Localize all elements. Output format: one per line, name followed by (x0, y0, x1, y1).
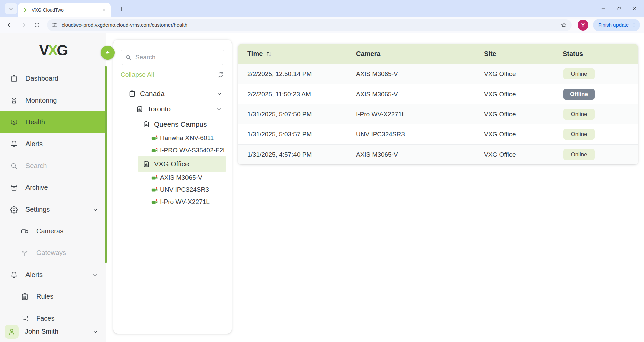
status-badge: Online (563, 129, 595, 140)
finish-update-button[interactable]: Finish update (593, 19, 640, 31)
main-content: Collapse All CanadaTorontoQueens CampusH… (106, 33, 644, 342)
site-icon (128, 90, 136, 97)
chevron-down-icon (216, 91, 222, 97)
tree-node-unv-ipc324sr3[interactable]: UNV IPC324SR3 (113, 184, 232, 196)
sidebar-item-gateways-sub[interactable]: Gateways (0, 242, 106, 264)
camcorder-icon (21, 227, 29, 235)
tree-node-i-pro-wv-x2271l[interactable]: I-Pro WV-X2271L (113, 196, 232, 208)
plus-icon (118, 6, 125, 12)
chevron-down-icon (216, 106, 222, 112)
table-row[interactable]: 1/31/2025, 5:07:50 PMI-Pro WV-X2271LVXG … (238, 104, 638, 124)
tree-node-label: I-Pro WV-X2271L (160, 198, 210, 206)
forward-button[interactable] (17, 19, 30, 31)
sidebar-item-monitoring[interactable]: Monitoring (0, 90, 106, 111)
user-menu[interactable]: John Smith (0, 321, 106, 342)
tab-search-button[interactable] (5, 3, 17, 14)
restore-icon (616, 6, 622, 11)
browser-tab[interactable]: VXG CloudTwo (18, 3, 111, 17)
close-button[interactable] (627, 0, 642, 17)
sidebar-item-label: Archive (25, 184, 48, 191)
sidebar-item-alerts[interactable]: Alerts (0, 133, 106, 155)
minimize-button[interactable] (596, 0, 611, 17)
restore-button[interactable] (611, 0, 627, 17)
vxg-favicon-icon (23, 7, 28, 13)
tree-node-toronto[interactable]: Toronto (113, 101, 232, 117)
camera-green-icon (151, 198, 158, 206)
collapse-all-link[interactable]: Collapse All (121, 71, 154, 78)
collapse-sidebar-button[interactable] (101, 46, 115, 60)
gateways-icon (21, 249, 29, 257)
bookmark-star-icon[interactable] (561, 22, 567, 28)
sidebar-item-rules-sub[interactable]: Rules (0, 286, 106, 307)
health-icon (10, 118, 18, 126)
sidebar-item-label: Alerts (25, 271, 43, 279)
site-cell: VXG Office (484, 70, 516, 77)
new-tab-button[interactable] (117, 4, 127, 14)
search-icon (125, 54, 132, 61)
back-button[interactable] (4, 19, 16, 31)
column-header-time[interactable]: Time (238, 50, 356, 58)
tree-node-label: Canada (140, 90, 165, 98)
time-cell: 2/2/2025, 12:50:14 PM (247, 70, 312, 77)
table-row[interactable]: 1/31/2025, 4:57:40 PMAXIS M3065-VVXG Off… (238, 144, 638, 164)
tree-search-box (121, 50, 224, 65)
sort-icon (266, 51, 272, 57)
reload-button[interactable] (31, 19, 43, 31)
user-name: John Smith (25, 328, 86, 335)
search-icon (10, 162, 18, 170)
site-cell: VXG Office (484, 151, 516, 158)
chevron-down-icon (92, 272, 98, 278)
table-row[interactable]: 1/31/2025, 5:03:57 PMUNV IPC324SR3VXG Of… (238, 124, 638, 144)
tree-node-i-pro-wv-s35402-f2l[interactable]: I-PRO WV-S35402-F2L (113, 144, 232, 156)
time-cell: 1/31/2025, 4:57:40 PM (247, 151, 312, 158)
app-window: VXG DashboardMonitoringHealthAlertsSearc… (0, 33, 644, 342)
url-text: cloudtwo-prod.vxgdemo.cloud-vms.com/cust… (62, 22, 557, 28)
rules-icon (21, 293, 29, 301)
camera-tree: CanadaTorontoQueens CampusHanwha XNV-601… (113, 86, 232, 208)
camera-cell: I-Pro WV-X2271L (356, 111, 406, 118)
sidebar-scrollbar-thumb[interactable] (105, 66, 107, 263)
browser-profile-avatar[interactable]: Y (578, 20, 588, 31)
refresh-icon[interactable] (217, 71, 224, 78)
camera-tree-panel: Collapse All CanadaTorontoQueens CampusH… (113, 40, 232, 334)
chevron-down-icon (92, 329, 98, 335)
table-row[interactable]: 2/2/2025, 11:50:23 AMAXIS M3065-VVXG Off… (238, 84, 638, 104)
tree-node-hanwha-xnv-6011[interactable]: Hanwha XNV-6011 (113, 132, 232, 144)
tree-node-axis-m3065-v[interactable]: AXIS M3065-V (113, 172, 232, 184)
kebab-menu-icon[interactable] (631, 22, 637, 28)
status-badge: Online (563, 149, 595, 160)
tree-node-canada[interactable]: Canada (113, 86, 232, 101)
tab-close-icon[interactable] (101, 8, 106, 12)
sidebar-item-health[interactable]: Health (0, 111, 106, 133)
sidebar-item-alerts[interactable]: Alerts (0, 264, 106, 286)
sidebar-item-dashboard[interactable]: Dashboard (0, 68, 106, 90)
chevron-down-icon (8, 6, 14, 11)
sidebar-item-label: Cameras (36, 227, 63, 235)
camera-green-icon (151, 147, 158, 154)
sidebar: VXG DashboardMonitoringHealthAlertsSearc… (0, 33, 106, 342)
sidebar-item-search[interactable]: Search (0, 155, 106, 177)
user-avatar (5, 325, 19, 339)
archive-icon (10, 184, 18, 192)
table-row[interactable]: 2/2/2025, 12:50:14 PMAXIS M3065-VVXG Off… (238, 64, 638, 84)
finish-update-label: Finish update (598, 22, 629, 28)
table-body: 2/2/2025, 12:50:14 PMAXIS M3065-VVXG Off… (238, 64, 638, 164)
sidebar-item-faces-sub[interactable]: Faces (0, 307, 106, 321)
tree-search-input[interactable] (135, 54, 220, 61)
tree-node-label: Hanwha XNV-6011 (160, 134, 214, 142)
address-bar[interactable]: cloudtwo-prod.vxgdemo.cloud-vms.com/cust… (47, 19, 572, 31)
camera-cell: AXIS M3065-V (356, 70, 398, 77)
sidebar-item-label: Faces (36, 315, 54, 321)
tree-node-vxg-office[interactable]: VXG Office (138, 156, 226, 172)
site-icon (143, 121, 150, 128)
sidebar-item-archive[interactable]: Archive (0, 177, 106, 198)
site-info-icon[interactable] (52, 22, 58, 28)
tree-node-queens-campus[interactable]: Queens Campus (113, 117, 232, 132)
sidebar-item-label: Settings (25, 206, 50, 213)
sidebar-item-cameras-sub[interactable]: Cameras (0, 220, 106, 242)
site-cell: VXG Office (484, 111, 516, 118)
site-cell: VXG Office (484, 131, 516, 138)
column-header-label: Time (247, 50, 263, 58)
time-cell: 2/2/2025, 11:50:23 AM (247, 91, 311, 98)
sidebar-item-settings[interactable]: Settings (0, 198, 106, 220)
